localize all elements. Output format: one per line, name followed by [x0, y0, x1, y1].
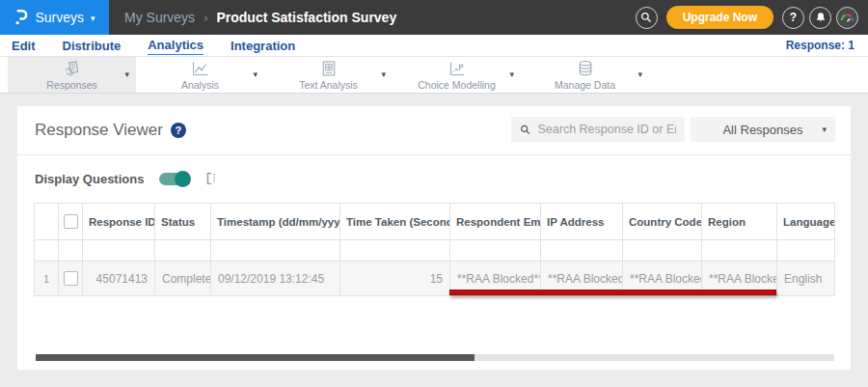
col-ip-header[interactable]: IP Address [541, 204, 623, 240]
toolbar-item-responses[interactable]: Responses ▾ [8, 57, 136, 93]
breadcrumb-current-survey: Product Satisfaction Survey [216, 10, 396, 25]
top-header: Surveys ▾ My Surveys › Product Satisfact… [0, 0, 868, 35]
product-switcher-surveys[interactable]: Surveys ▾ [0, 0, 109, 35]
filter-timestamp[interactable] [211, 240, 340, 262]
row-checkbox[interactable] [64, 271, 78, 286]
questionpro-logo-icon [14, 8, 28, 27]
search-icon [640, 12, 652, 23]
responses-filter-dropdown[interactable]: All Responses ▾ [691, 117, 835, 142]
display-questions-toggle[interactable] [159, 173, 188, 185]
search-response-input[interactable] [538, 123, 676, 136]
display-questions-label: Display Questions [35, 172, 144, 186]
responses-filter-value: All Responses [722, 123, 802, 137]
cell-status: Completed [155, 262, 211, 296]
user-avatar[interactable] [836, 7, 858, 29]
responses-table: Response ID▾ Status Timestamp (dd/mm/yyy… [34, 203, 835, 296]
breadcrumb-my-surveys[interactable]: My Surveys [124, 10, 195, 25]
red-highlight-annotation [449, 290, 776, 295]
upgrade-now-button[interactable]: Upgrade Now [666, 6, 773, 29]
response-viewer-card: Response Viewer ? All Responses ▾ Displa… [17, 106, 851, 370]
search-icon [520, 124, 531, 136]
tab-analytics[interactable]: Analytics [148, 36, 203, 55]
freeze-columns-icon[interactable] [203, 171, 219, 186]
responses-icon [63, 60, 82, 77]
cell-time-taken: 15 [340, 262, 450, 296]
manage-data-dropdown-caret-icon[interactable]: ▾ [637, 69, 642, 79]
filter-status[interactable] [155, 240, 211, 262]
breadcrumb: My Surveys › Product Satisfaction Survey [124, 10, 396, 25]
filter-ip[interactable] [541, 240, 623, 262]
analysis-icon [191, 60, 210, 77]
row-number: 1 [35, 262, 59, 296]
analysis-dropdown-caret-icon[interactable]: ▾ [253, 69, 258, 79]
help-button[interactable]: ? [782, 7, 804, 29]
product-menu-label: Surveys [35, 10, 84, 25]
select-all-header [59, 204, 83, 240]
response-count-label: Response: 1 [786, 39, 856, 52]
chevron-down-icon: ▾ [822, 124, 827, 134]
filter-region[interactable] [702, 240, 777, 262]
responses-dropdown-caret-icon[interactable]: ▾ [124, 69, 129, 79]
header-actions: Upgrade Now ? [636, 6, 868, 29]
toolbar-item-manage-data[interactable]: Manage Data ▾ [521, 57, 649, 93]
cell-response-id[interactable]: 45071413 [83, 262, 155, 296]
tab-edit[interactable]: Edit [12, 37, 36, 55]
toggle-knob [175, 171, 191, 187]
display-questions-row: Display Questions [35, 169, 219, 188]
toolbar-label-responses: Responses [46, 79, 97, 91]
toolbar-item-analysis[interactable]: Analysis ▾ [136, 57, 264, 93]
tab-distribute[interactable]: Distribute [63, 37, 122, 55]
col-timestamp-header[interactable]: Timestamp (dd/mm/yyyy)⇕ [211, 204, 340, 240]
response-viewer-help-icon[interactable]: ? [171, 123, 186, 138]
toolbar-label-analysis: Analysis [181, 79, 219, 91]
select-all-checkbox[interactable] [64, 214, 78, 229]
toolbar-label-choice-modelling: Choice Modelling [418, 79, 496, 91]
tab-integration[interactable]: Integration [231, 37, 295, 55]
cell-language: English [777, 262, 835, 296]
col-time-taken-header[interactable]: Time Taken (Seconds)⇕ [340, 204, 450, 240]
cell-timestamp: 09/12/2019 13:12:45 [211, 262, 340, 296]
choice-modelling-icon [448, 60, 467, 77]
col-country-header[interactable]: Country Code [623, 204, 702, 240]
col-response-id-header[interactable]: Response ID▾ [83, 204, 155, 240]
filter-response-id[interactable] [83, 240, 155, 262]
toolbar-label-text-analysis: Text Analysis [299, 79, 358, 91]
col-email-header[interactable]: Respondent Email [450, 204, 541, 240]
filter-language[interactable] [777, 240, 835, 262]
analytics-toolbar: Responses ▾ Analysis ▾ Text Analysis ▾ [0, 57, 868, 94]
col-region-header[interactable]: Region [702, 204, 777, 240]
text-analysis-icon [319, 60, 339, 77]
horizontal-scrollbar-thumb[interactable] [36, 354, 475, 361]
notifications-button[interactable] [809, 7, 831, 29]
filter-email[interactable] [450, 240, 541, 262]
table-header-row: Response ID▾ Status Timestamp (dd/mm/yyy… [35, 204, 835, 240]
toolbar-item-choice-modelling[interactable]: Choice Modelling ▾ [393, 57, 521, 93]
question-mark-icon: ? [790, 11, 797, 24]
survey-nav-tabs: Edit Distribute Analytics Integration Re… [0, 35, 868, 57]
bell-icon [815, 12, 827, 23]
section-divider [17, 154, 851, 155]
table-filter-row [35, 240, 835, 262]
row-select-cell [59, 262, 83, 296]
breadcrumb-separator-icon: › [203, 11, 207, 25]
text-analysis-dropdown-caret-icon[interactable]: ▾ [381, 69, 386, 79]
page-title: Response Viewer [35, 121, 163, 140]
page-title-row: Response Viewer ? [35, 121, 186, 140]
manage-data-icon [576, 60, 595, 77]
col-rownum-header [35, 204, 59, 240]
global-search-button[interactable] [636, 7, 658, 29]
chevron-down-icon: ▾ [91, 14, 95, 23]
choice-modelling-dropdown-caret-icon[interactable]: ▾ [509, 69, 514, 79]
filter-country[interactable] [623, 240, 702, 262]
toolbar-label-manage-data: Manage Data [555, 79, 615, 91]
col-language-header[interactable]: Language [777, 204, 835, 240]
avatar-gauge-icon [838, 9, 856, 27]
toolbar-item-text-analysis[interactable]: Text Analysis ▾ [264, 57, 393, 93]
col-status-header[interactable]: Status [155, 204, 211, 240]
response-search-box [511, 117, 685, 142]
filter-time-taken[interactable] [340, 240, 450, 262]
horizontal-scrollbar-track[interactable] [36, 354, 834, 361]
